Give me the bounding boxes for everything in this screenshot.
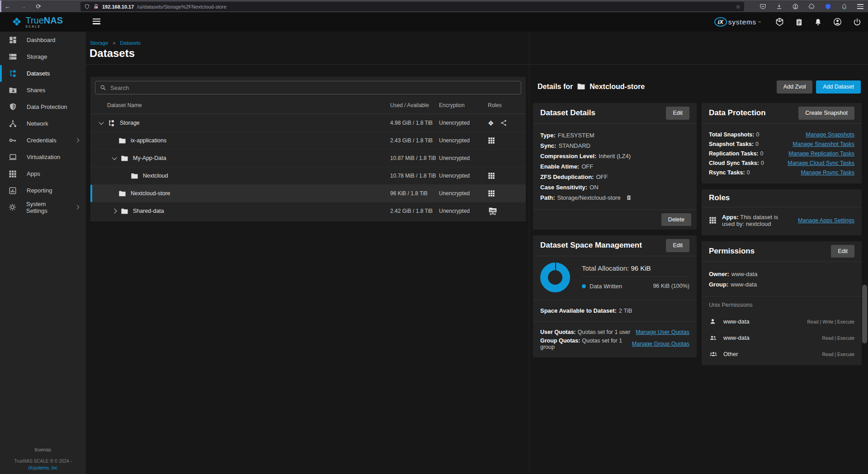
unix-permissions-label: Unix Permissions [702, 296, 862, 308]
sidebar-item-credentials[interactable]: Credentials [0, 132, 86, 149]
sidebar-item-network[interactable]: Network [0, 115, 86, 132]
breadcrumb: Storage > Datasets [90, 40, 141, 46]
used-available: 96 KiB / 1.8 TiB [390, 190, 439, 197]
sidebar-item-dashboard[interactable]: Dashboard [0, 32, 86, 48]
chevron-down-icon[interactable] [112, 155, 117, 160]
edit-permissions-button[interactable]: Edit [831, 245, 854, 258]
manage-rsync-tasks-link[interactable]: Manage Rsync Tasks [801, 169, 854, 176]
bar-chart-icon [8, 187, 17, 195]
manage-replication-tasks-link[interactable]: Manage Replication Tasks [788, 150, 854, 157]
truenas-logo[interactable]: ❖ TrueNAS SCALE [12, 16, 63, 28]
encryption-state: Unencrypted [439, 208, 488, 214]
add-dataset-button[interactable]: Add Dataset [816, 80, 861, 94]
shield-icon [8, 103, 17, 111]
url-bar[interactable]: 192.168.10.17 /ui/datasets/Storage%2FNex… [80, 2, 744, 11]
edit-dataset-details-button[interactable]: Edit [666, 107, 689, 120]
encryption-state: Unencrypted [439, 190, 488, 197]
manage-snapshots-link[interactable]: Manage Snapshots [806, 131, 854, 138]
sidebar-footer: truenas TrueNAS SCALE ® © 2024 - iXsyste… [0, 447, 86, 470]
power-icon[interactable] [853, 18, 862, 27]
details-dataset-name: Nextcloud-store [590, 83, 645, 91]
protection-label: Rsync Tasks: [709, 169, 745, 176]
changelog-clipboard-icon[interactable] [795, 18, 803, 27]
browser-forward-button[interactable]: → [15, 0, 31, 13]
page-scrollbar[interactable] [862, 285, 867, 343]
sidebar-item-apps[interactable]: Apps [0, 165, 86, 182]
sidebar-item-label: Dashboard [27, 37, 56, 43]
pocket-icon[interactable] [760, 3, 766, 10]
download-icon[interactable] [776, 3, 783, 10]
account-icon[interactable] [833, 17, 842, 27]
notifications-bell-icon[interactable] [814, 18, 822, 27]
sidebar-item-storage[interactable]: Storage [0, 48, 86, 65]
manage-snapshot-tasks-link[interactable]: Manage Snapshot Tasks [793, 141, 854, 147]
protection-value: 0 [747, 169, 750, 176]
breadcrumb-datasets[interactable]: Datasets [120, 40, 141, 46]
manage-group-quotas-link[interactable]: Manage Group Quotas [632, 341, 689, 347]
permission-value: Read | Execute [822, 352, 854, 357]
sidebar-item-shares[interactable]: Shares [0, 82, 86, 99]
table-row-selected[interactable]: Nextcloud-store 96 KiB / 1.8 TiB Unencry… [90, 184, 526, 202]
folder-icon [118, 137, 126, 145]
breadcrumb-separator: > [109, 41, 118, 46]
table-row[interactable]: Shared-data 2.42 GiB / 1.8 TiB Unencrypt… [90, 202, 526, 220]
alerts-bell-icon[interactable] [841, 3, 848, 10]
card-title: Permissions [709, 247, 755, 256]
breadcrumb-storage[interactable]: Storage [90, 40, 108, 46]
jobs-cube-icon[interactable] [775, 17, 784, 27]
sidebar-item-system-settings[interactable]: System Settings [0, 199, 86, 216]
search-box[interactable] [95, 81, 521, 94]
ixsystems-logo[interactable]: iX systems ™ [714, 17, 761, 27]
browser-account-icon[interactable] [792, 3, 799, 10]
dataset-name: Nextcloud-store [131, 190, 170, 197]
chevron-right-icon[interactable] [112, 208, 117, 213]
shares-folder-icon [8, 86, 17, 94]
tracking-shield-icon[interactable] [84, 4, 90, 9]
sidebar-item-datasets[interactable]: Datasets [0, 65, 86, 82]
copy-path-icon[interactable] [626, 194, 632, 201]
manage-cloud-sync-tasks-link[interactable]: Manage Cloud Sync Tasks [788, 160, 854, 166]
browser-toolbar: ← → ⟳ 192.168.10.17 /ui/datasets/Storage… [0, 0, 868, 12]
share-icon [500, 119, 507, 127]
permission-entry-other: Other Read | Execute [709, 350, 854, 358]
sidebar-item-virtualization[interactable]: Virtualization [0, 149, 86, 165]
search-input[interactable] [110, 84, 516, 91]
ublock-shield-icon[interactable] [825, 3, 831, 10]
company-link[interactable]: iXsystems, Inc [0, 465, 86, 470]
dataset-name: Nextcloud [143, 173, 168, 179]
gear-icon [8, 203, 17, 211]
folder-icon [577, 82, 585, 91]
manage-user-quotas-link[interactable]: Manage User Quotas [636, 329, 689, 335]
manage-apps-settings-link[interactable]: Manage Apps Settings [798, 217, 854, 224]
quotas-section: User Quotas:Quotas set for 1 user Manage… [533, 321, 697, 357]
legend-data-written: Data Written 96 KiB (100%) [582, 283, 689, 290]
browser-back-button[interactable]: ← [0, 0, 15, 13]
table-row[interactable]: Nextcloud 10.78 MiB / 1.8 TiB Unencrypte… [90, 167, 526, 184]
encryption-state: Unencrypted [439, 173, 488, 179]
field-label: Type: [540, 132, 556, 139]
table-row[interactable]: Storage 4.98 GiB / 1.8 TiB Unencrypted ❖ [90, 114, 526, 131]
insecure-lock-icon[interactable] [93, 4, 99, 9]
truenas-lattice-icon: ❖ [12, 16, 22, 28]
table-row[interactable]: My-App-Data 10.87 MiB / 1.8 TiB Unencryp… [90, 149, 526, 167]
permissions-card: Permissions Edit Owner:www-data Group:ww… [702, 241, 862, 366]
delete-dataset-button[interactable]: Delete [661, 213, 691, 226]
sidebar-item-reporting[interactable]: Reporting [0, 182, 86, 199]
create-snapshot-button[interactable]: Create Snapshot [798, 107, 854, 120]
browser-menu-icon[interactable] [857, 4, 863, 9]
protection-label: Replication Tasks: [709, 150, 759, 157]
browser-reload-button[interactable]: ⟳ [31, 0, 46, 13]
bookmark-star-icon[interactable]: ☆ [736, 4, 741, 10]
card-title: Dataset Space Management [540, 241, 642, 250]
field-label: Sync: [540, 142, 556, 149]
extension-puzzle-icon[interactable] [808, 3, 815, 10]
sidenav-toggle-icon[interactable] [93, 19, 100, 26]
sidebar-item-data-protection[interactable]: Data Protection [0, 99, 86, 115]
protection-value: 0 [760, 150, 764, 157]
chevron-down-icon[interactable] [99, 120, 104, 125]
table-row[interactable]: ix-applications 2.43 GiB / 1.8 TiB Unenc… [90, 131, 526, 149]
ix-systems-text: systems [728, 18, 756, 26]
permission-name: Other [723, 351, 738, 357]
add-zvol-button[interactable]: Add Zvol [777, 80, 812, 94]
edit-space-button[interactable]: Edit [666, 239, 689, 252]
